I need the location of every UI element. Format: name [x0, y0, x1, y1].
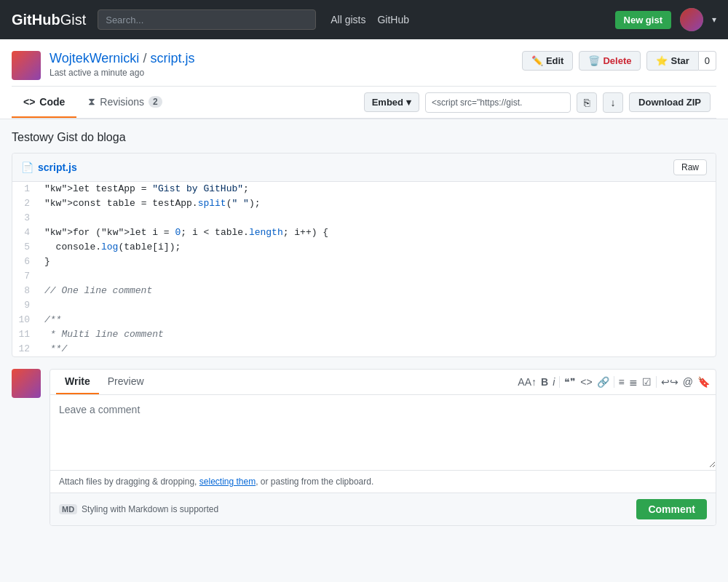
line-code: **/ [39, 342, 716, 356]
user-avatar-image [680, 8, 703, 31]
file-icon: 📄 [21, 162, 33, 173]
comment-footer: MD Styling with Markdown is supported Co… [50, 493, 716, 525]
comment-tab-write[interactable]: Write [56, 370, 99, 394]
search-input[interactable] [98, 9, 316, 30]
text-size-icon[interactable]: AA↑ [518, 376, 537, 388]
table-row: 7 [12, 269, 716, 284]
comment-tab-preview[interactable]: Preview [99, 370, 153, 394]
file-box: 📄 script.js Raw 1"kw">let testApp = "Gis… [12, 153, 716, 357]
bold-icon[interactable]: B [541, 376, 548, 388]
code-area: 1"kw">let testApp = "Gist by GitHub";2"k… [12, 182, 716, 356]
dropdown-arrow-icon[interactable]: ▾ [712, 15, 716, 25]
copy-button[interactable]: ⎘ [577, 92, 597, 113]
line-number: 5 [12, 240, 39, 255]
toolbar-separator-3 [656, 376, 657, 388]
quote-icon[interactable]: ❝❞ [564, 376, 576, 388]
code-body: 1"kw">let testApp = "Gist by GitHub";2"k… [12, 182, 716, 356]
task-list-icon[interactable]: ☑ [642, 376, 652, 388]
comment-submit-button[interactable]: Comment [636, 499, 707, 519]
gist-title-text: WojtekWernicki / script.js Last active a… [50, 51, 194, 78]
pencil-icon: ✏️ [531, 55, 543, 66]
gist-actions: ✏️ Edit 🗑️ Delete ⭐ Star 0 [522, 51, 716, 71]
download-icon: ↓ [611, 97, 616, 108]
tab-revisions[interactable]: ⧗ Revisions 2 [76, 87, 173, 118]
brand-github-text: GitHub [12, 12, 60, 28]
brand-logo[interactable]: GitHubGist [12, 12, 86, 28]
line-number: 2 [12, 196, 39, 211]
attach-info: Attach files by dragging & dropping, sel… [50, 470, 716, 493]
trash-icon: 🗑️ [588, 55, 600, 66]
toolbar-separator-2 [614, 376, 614, 388]
comment-box: Write Preview AA↑ B i ❝❞ <> 🔗 ≡ ≣ [50, 369, 716, 526]
main-inner: Testowy Gist do bloga 📄 script.js Raw 1"… [0, 119, 728, 555]
attach-link[interactable]: selecting them [199, 477, 256, 487]
table-row: 5 console.log(table[i]); [12, 240, 716, 255]
gist-header: WojtekWernicki / script.js Last active a… [12, 39, 716, 87]
star-icon: ⭐ [656, 55, 668, 66]
line-code [39, 211, 716, 226]
bullet-list-icon[interactable]: ≡ [619, 376, 625, 388]
italic-icon[interactable]: i [553, 376, 555, 388]
delete-label: Delete [603, 55, 631, 66]
line-code: // One line comment [39, 284, 716, 298]
file-name-group: 📄 script.js [21, 162, 77, 173]
edit-label: Edit [546, 55, 564, 66]
brand-gist-text: Gist [60, 12, 87, 28]
gist-separator: / [139, 51, 150, 65]
code-icon: <> [23, 96, 35, 108]
delete-button[interactable]: 🗑️ Delete [579, 51, 641, 71]
gist-description: Testowy Gist do bloga [12, 119, 716, 153]
comment-textarea[interactable] [50, 395, 716, 468]
line-number: 9 [12, 298, 39, 313]
line-code: "kw">for ("kw">let i = 0; i < table.leng… [39, 226, 716, 240]
download-zip-button[interactable]: Download ZIP [629, 92, 711, 112]
tabs-bar: <> Code ⧗ Revisions 2 Embed ▾ ⎘ [12, 87, 716, 119]
undo-icon[interactable]: ↩↪ [661, 376, 678, 388]
edit-button[interactable]: ✏️ Edit [522, 51, 574, 71]
code-table: 1"kw">let testApp = "Gist by GitHub";2"k… [12, 182, 716, 356]
attach-text-before: Attach files by dragging & dropping, [59, 477, 199, 487]
gist-title-link[interactable]: WojtekWernicki / script.js [50, 51, 194, 65]
inline-code-icon[interactable]: <> [580, 376, 592, 388]
nav-all-gists[interactable]: All gists [331, 14, 365, 25]
gist-username: WojtekWernicki [50, 51, 139, 65]
download-icon-button[interactable]: ↓ [603, 92, 623, 113]
tab-code[interactable]: <> Code [12, 87, 76, 118]
star-group: ⭐ Star 0 [646, 51, 716, 71]
script-url-input[interactable] [425, 92, 571, 113]
line-code: * Multi line comment [39, 327, 716, 342]
ordered-list-icon[interactable]: ≣ [629, 376, 638, 388]
line-number: 3 [12, 211, 39, 226]
file-name: script.js [38, 162, 77, 173]
star-button[interactable]: ⭐ Star [646, 51, 698, 71]
embed-button[interactable]: Embed ▾ [364, 92, 419, 112]
attach-text-after: , or pasting from the clipboard. [256, 477, 373, 487]
line-number: 1 [12, 182, 39, 196]
navbar-right: New gist ▾ [615, 8, 716, 31]
nav-github[interactable]: GitHub [377, 14, 409, 25]
line-number: 12 [12, 342, 39, 356]
toolbar-separator-1 [559, 376, 560, 388]
line-code: "kw">let testApp = "Gist by GitHub"; [39, 182, 716, 196]
table-row: 12 **/ [12, 342, 716, 356]
gist-title-section: WojtekWernicki / script.js Last active a… [12, 51, 194, 80]
page-background: Testowy Gist do bloga 📄 script.js Raw 1"… [0, 119, 728, 555]
star-count: 0 [699, 51, 716, 71]
new-gist-button[interactable]: New gist [615, 11, 671, 29]
line-code: /** [39, 313, 716, 327]
link-icon[interactable]: 🔗 [597, 376, 609, 388]
raw-button[interactable]: Raw [673, 159, 707, 175]
line-code: "kw">const table = testApp.split(" "); [39, 196, 716, 211]
bookmark-icon[interactable]: 🔖 [697, 376, 710, 388]
table-row: 3 [12, 211, 716, 226]
line-number: 11 [12, 327, 39, 342]
line-number: 7 [12, 269, 39, 284]
line-number: 6 [12, 255, 39, 269]
gist-last-active: Last active a minute ago [50, 68, 194, 78]
mention-icon[interactable]: @ [683, 376, 693, 388]
file-box-header: 📄 script.js Raw [12, 154, 716, 182]
tabs-left: <> Code ⧗ Revisions 2 [12, 87, 174, 118]
main-content: WojtekWernicki / script.js Last active a… [0, 39, 728, 119]
user-avatar-nav[interactable] [680, 8, 703, 31]
table-row: 11 * Multi line comment [12, 327, 716, 342]
